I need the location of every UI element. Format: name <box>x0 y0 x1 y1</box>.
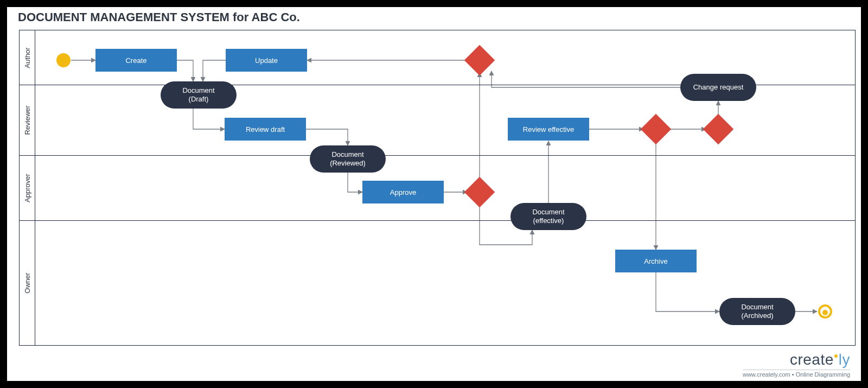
object-doc-reviewed: Document (Reviewed) <box>310 145 386 173</box>
bulb-icon: ● <box>834 351 839 360</box>
activity-review-effective: Review effective <box>508 118 589 141</box>
object-doc-effective: Document (effective) <box>510 203 586 230</box>
activity-approve: Approve <box>362 181 444 203</box>
lane-label-owner: Owner <box>20 221 35 345</box>
activity-update: Update <box>226 49 307 72</box>
brand-logo: create●ly <box>743 351 850 368</box>
object-doc-draft: Document (Draft) <box>161 81 237 109</box>
brand-tagline: www.creately.com • Online Diagramming <box>743 370 850 378</box>
object-change-request: Change request <box>680 74 756 101</box>
lane-label-approver: Approver <box>20 156 35 220</box>
activity-review-draft: Review draft <box>225 118 306 141</box>
lane-label-reviewer: Reviewer <box>20 85 35 155</box>
diagram-title: DOCUMENT MANAGEMENT SYSTEM for ABC Co. <box>18 10 300 24</box>
end-node <box>818 304 832 319</box>
activity-archive: Archive <box>615 250 697 272</box>
swimlane-diagram: DOCUMENT MANAGEMENT SYSTEM for ABC Co. <box>0 0 868 388</box>
lane-owner: Owner <box>20 220 855 345</box>
swimlane-container: Author Reviewer Approver Owner Create Up… <box>19 30 856 346</box>
activity-create: Create <box>95 49 177 72</box>
lane-label-author: Author <box>20 30 35 85</box>
footer: create●ly www.creately.com • Online Diag… <box>743 351 850 378</box>
start-node <box>56 53 71 67</box>
object-doc-archived: Document (Archived) <box>719 298 795 325</box>
